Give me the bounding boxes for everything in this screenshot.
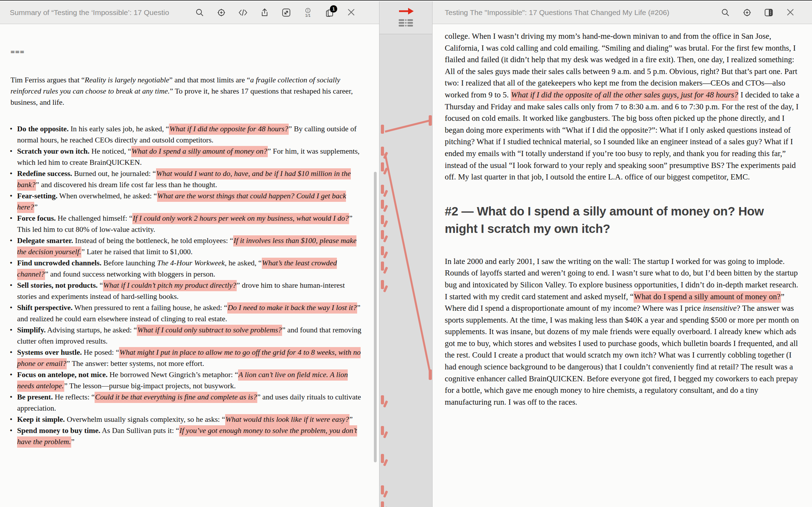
text-segment: ” and that most limits are “: [169, 76, 250, 84]
highlight[interactable]: What do I spend a silly amount of money …: [131, 146, 268, 157]
text-segment: ” and found success networking with blog…: [45, 270, 215, 278]
text-segment: Before launching: [102, 259, 157, 267]
highlight[interactable]: What do I spend a silly amount of money …: [634, 291, 781, 303]
text-segment: ” The lesson—pursue big-impact projects,…: [64, 382, 236, 390]
text-segment: ”: [71, 438, 75, 446]
match-list-icon[interactable]: [399, 19, 413, 28]
text-segment: He borrowed Newt Gingrich’s metaphor: “: [108, 370, 238, 379]
summary-scrollbar[interactable]: [374, 172, 377, 462]
search-icon[interactable]: [721, 8, 730, 17]
text-segment: Redefine success.: [17, 169, 72, 178]
article-toolbar-icons: [721, 8, 812, 17]
text-segment: Instead of being the bottleneck, he told…: [73, 236, 233, 245]
list-item: Systems over hustle. He posed: “What mig…: [10, 347, 364, 369]
search-icon[interactable]: [195, 8, 205, 17]
text-segment: He noticed, “: [89, 147, 131, 155]
text-segment: ”: [34, 203, 38, 211]
code-icon[interactable]: [238, 8, 248, 17]
close-icon[interactable]: [346, 8, 356, 17]
article-content: college. When I wasn’t driving my mom’s …: [433, 24, 812, 507]
text-segment: Be present.: [17, 393, 53, 401]
red-arrow-icon: [398, 7, 414, 16]
text-segment: Burned out, he journaled: “: [72, 169, 156, 178]
list-item: Be present. He reflects: “Could it be th…: [10, 391, 364, 414]
text-segment: Focus on antelope, not mice.: [17, 370, 108, 379]
section-heading: #2 — What do I spend a silly amount of m…: [445, 203, 782, 237]
list-item: Simplify. Advising startups, he asked: “…: [10, 324, 364, 347]
list-item: Delegate smarter. Instead of being the b…: [10, 235, 364, 257]
copy-badge: 1: [330, 5, 337, 13]
list-item: Spend money to buy time. As Dan Sullivan…: [10, 425, 364, 447]
list-item: Scratch your own itch. He noticed, “What…: [10, 146, 364, 168]
copy-icon[interactable]: 1: [325, 8, 334, 17]
list-item: Redefine success. Burned out, he journal…: [10, 168, 364, 190]
text-segment: Spend money to buy time.: [17, 426, 100, 435]
text-segment: ” The answer: better systems, not more e…: [67, 359, 204, 368]
text-segment: Advising startups, he asked: “: [46, 326, 137, 334]
list-item: Fear-setting. When overwhelmed, he asked…: [10, 190, 364, 213]
highlight[interactable]: Could it be that everything is fine and …: [95, 392, 257, 403]
summary-toolbar-icons: 1/1 1: [195, 8, 372, 17]
page-indicator: 1/1: [305, 14, 310, 17]
text-segment: The 4-Hour Workweek: [157, 259, 225, 267]
text-segment: He challenged himself: “: [56, 214, 133, 222]
text-segment: Scratch your own itch.: [17, 147, 89, 155]
text-segment: Fear-setting.: [17, 192, 58, 200]
text-segment: As Dan Sullivan puts it: “: [100, 426, 179, 435]
text-segment: Do the opposite.: [17, 125, 69, 133]
list-item: Force focus. He challenged himself: “If …: [10, 213, 364, 235]
summary-intro: Tim Ferriss argues that “Reality is larg…: [10, 74, 364, 108]
text-segment: Force focus.: [17, 214, 56, 222]
list-item: Keep it simple. Overwhelm usually signal…: [10, 414, 364, 425]
summary-pane: Summary of “Testing the ‘Impossible’: 17…: [0, 1, 379, 507]
article-title: Testing The "Impossible": 17 Questions T…: [445, 8, 721, 17]
article-toolbar: Testing The "Impossible": 17 Questions T…: [433, 1, 812, 24]
text-segment: Simplify.: [17, 326, 46, 334]
text-segment: When overwhelmed, he asked: “: [58, 192, 157, 200]
text-segment: ”: [349, 415, 353, 424]
highlight[interactable]: What if I could only subtract to solve p…: [137, 325, 282, 336]
summary-content: === Tim Ferriss argues that “Reality is …: [0, 24, 379, 507]
reader-panel-icon[interactable]: [764, 8, 774, 17]
summary-toolbar: Summary of “Testing the ‘Impossible’: 17…: [0, 1, 379, 24]
target-icon[interactable]: [742, 8, 752, 17]
share-icon[interactable]: [260, 8, 270, 17]
info-icon[interactable]: 1/1: [303, 8, 313, 17]
text-segment: I decided to take a Thursday and Friday …: [445, 90, 799, 181]
text-segment: Keep it simple.: [17, 415, 65, 424]
text-segment: Shift perspective.: [17, 303, 73, 312]
close-icon[interactable]: [785, 8, 795, 17]
article-pane: Testing The "Impossible": 17 Questions T…: [433, 1, 812, 507]
text-segment: He reflects: “: [53, 393, 95, 401]
highlight[interactable]: What would this look like if it were eas…: [225, 414, 349, 425]
highlight[interactable]: What if I did the opposite for 48 hours?: [169, 124, 288, 135]
text-segment: Delegate smarter.: [17, 236, 73, 245]
article-paragraph: college. When I wasn’t driving my mom’s …: [445, 30, 799, 183]
list-item: Sell stories, not products. “What if I c…: [10, 280, 364, 302]
highlight[interactable]: Do I need to make it back the way I lost…: [227, 302, 357, 314]
text-segment: Tim Ferriss argues that “: [10, 76, 85, 84]
target-icon[interactable]: [216, 8, 226, 17]
connector-strip-header: [379, 1, 432, 34]
text-segment: When pressured to rent a failing house, …: [73, 303, 227, 312]
list-item: Find uncrowded channels. Before launchin…: [10, 257, 364, 280]
article-paragraph: In late 2000 and early 2001, I saw the w…: [445, 256, 799, 408]
list-item: Do the opposite. In his early sales job,…: [10, 123, 364, 146]
text-segment: ” Later he raised that limit to $1,000.: [81, 248, 192, 256]
highlight-connector-canvas: [379, 34, 432, 507]
summary-list: Do the opposite. In his early sales job,…: [10, 123, 364, 447]
text-segment: He posed: “: [82, 348, 119, 357]
text-segment: “: [98, 281, 103, 289]
text-segment: insensitive: [703, 304, 737, 313]
text-segment: ? The answer was sports supplements. At …: [445, 304, 799, 406]
highlight[interactable]: What if I couldn’t pitch my product dire…: [103, 280, 237, 291]
text-segment: Overwhelm usually signals complexity, so…: [65, 415, 225, 424]
highlight[interactable]: What if I did the opposite of all the ot…: [511, 89, 738, 101]
expand-icon[interactable]: [281, 8, 291, 17]
text-segment: , he asked, “: [225, 259, 262, 267]
text-segment: In his early sales job, he asked, “: [69, 125, 169, 133]
summary-title: Summary of “Testing the ‘Impossible’: 17…: [10, 8, 195, 17]
highlight[interactable]: If I could only work 2 hours per week on…: [132, 213, 349, 224]
list-item: Shift perspective. When pressured to ren…: [10, 302, 364, 324]
markdown-separator: ===: [10, 46, 364, 58]
